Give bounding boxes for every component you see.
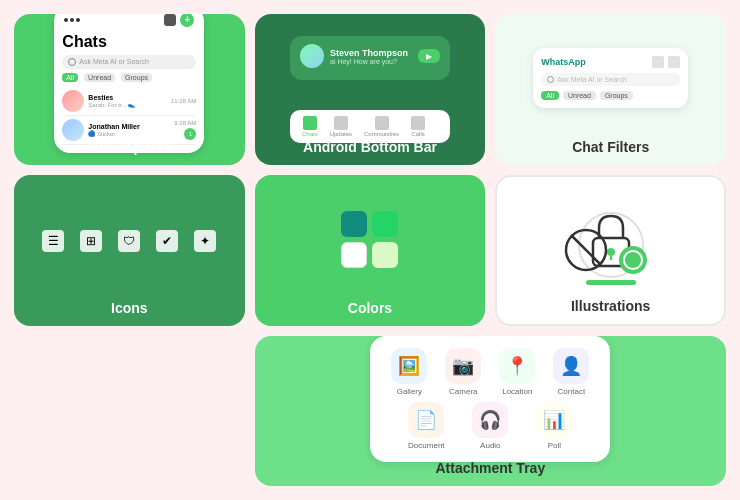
filter-unread[interactable]: Unread xyxy=(84,73,115,82)
nav-updates[interactable]: Updates xyxy=(330,116,352,137)
gallery-icon: 🖼️ xyxy=(391,348,427,384)
attachment-grid-row2: 📄 Document 🎧 Audio 📊 Poll xyxy=(386,402,594,450)
nav-updates-label: Updates xyxy=(330,131,352,137)
whatsapp-logo: WhatsApp xyxy=(541,57,586,67)
android-profile-card: Steven Thompson ai Hey! How are you? ▶ xyxy=(290,36,450,80)
avatar-jonathan xyxy=(62,119,84,141)
illustrations-label: Illustrations xyxy=(497,298,724,314)
filter-groups[interactable]: Groups xyxy=(121,73,152,82)
location-icon: 📍 xyxy=(499,348,535,384)
ios-status-bar: + xyxy=(62,14,196,27)
svg-rect-8 xyxy=(586,280,636,285)
video-call-button[interactable]: ▶ xyxy=(418,49,440,63)
icon-grid: ⊞ xyxy=(80,230,102,252)
attachment-camera[interactable]: 📷 Camera xyxy=(440,348,486,396)
attachment-audio[interactable]: 🎧 Audio xyxy=(462,402,518,450)
cf-search-placeholder: Ask Meta AI or Search xyxy=(557,76,627,83)
android-bottom-bar-card: Steven Thompson ai Hey! How are you? ▶ C… xyxy=(255,14,486,165)
colors-label: Colors xyxy=(255,300,486,316)
colors-card: Colors xyxy=(255,175,486,326)
android-bottom-bar-label: Android Bottom Bar xyxy=(255,139,486,155)
ios-top-bar-label: iOS Top Bar xyxy=(14,139,245,155)
cf-filter-groups[interactable]: Groups xyxy=(600,91,633,100)
unread-badge: 1 xyxy=(184,128,196,140)
svg-point-2 xyxy=(607,248,615,256)
icons-card: ☰ ⊞ 🛡 ✔ ✦ Icons xyxy=(14,175,245,326)
android-avatar xyxy=(300,44,324,68)
ios-filter-tabs: All Unread Groups xyxy=(62,73,196,82)
chat-filters-inner: WhatsApp Ask Meta AI or Search All Unrea… xyxy=(533,48,688,108)
poll-icon: 📊 xyxy=(536,402,572,438)
icon-shield: 🛡 xyxy=(118,230,140,252)
ios-phone-frame: + Chats Ask Meta AI or Search All Unread… xyxy=(54,14,204,153)
ios-search-bar[interactable]: Ask Meta AI or Search xyxy=(62,55,196,69)
swatch-light-green xyxy=(372,242,398,268)
updates-nav-icon xyxy=(334,116,348,130)
illustrations-card: Illustrations xyxy=(495,175,726,326)
svg-line-5 xyxy=(571,235,601,265)
attachment-location[interactable]: 📍 Location xyxy=(494,348,540,396)
camera-filter-icon[interactable] xyxy=(652,56,664,68)
illustration-image xyxy=(551,190,671,290)
icon-star: ✦ xyxy=(194,230,216,252)
document-icon: 📄 xyxy=(408,402,444,438)
calls-nav-icon xyxy=(411,116,425,130)
cf-search-icon xyxy=(547,76,554,83)
swatch-green xyxy=(372,211,398,237)
chat-filters-label: Chat Filters xyxy=(495,139,726,155)
attachment-contact[interactable]: 👤 Contact xyxy=(548,348,594,396)
attachment-grid-row1: 🖼️ Gallery 📷 Camera 📍 Location 👤 Contact xyxy=(386,348,594,396)
attachment-tray-card: 🖼️ Gallery 📷 Camera 📍 Location 👤 Contact xyxy=(255,336,726,486)
chat-filters-card: WhatsApp Ask Meta AI or Search All Unrea… xyxy=(495,14,726,165)
swatch-teal xyxy=(341,211,367,237)
communities-nav-icon xyxy=(375,116,389,130)
attachment-poll[interactable]: 📊 Poll xyxy=(526,402,582,450)
camera-icon: 📷 xyxy=(445,348,481,384)
nav-chats[interactable]: Chats xyxy=(302,116,318,137)
camera-icon xyxy=(164,14,176,26)
cf-filter-unread[interactable]: Unread xyxy=(563,91,596,100)
color-swatches xyxy=(341,211,398,268)
avatar-besties xyxy=(62,90,84,112)
cf-filter-chips: All Unread Groups xyxy=(541,91,680,100)
icon-check: ✔ xyxy=(156,230,178,252)
nav-chats-label: Chats xyxy=(302,131,318,137)
chats-nav-icon xyxy=(303,116,317,130)
audio-icon: 🎧 xyxy=(472,402,508,438)
chats-title: Chats xyxy=(62,33,196,51)
nav-communities-label: Communities xyxy=(364,131,399,137)
attachment-tray-label: Attachment Tray xyxy=(255,460,726,476)
icons-row: ☰ ⊞ 🛡 ✔ ✦ xyxy=(42,230,216,252)
profile-status: ai Hey! How are you? xyxy=(330,58,408,65)
icons-label: Icons xyxy=(14,300,245,316)
icon-menu: ☰ xyxy=(42,230,64,252)
attachment-document[interactable]: 📄 Document xyxy=(398,402,454,450)
ios-top-bar-card: + Chats Ask Meta AI or Search All Unread… xyxy=(14,14,245,165)
chat-item-besties[interactable]: Besties Sarah: For tr... 👟 11:28 AM xyxy=(62,87,196,116)
add-button[interactable]: + xyxy=(180,14,194,27)
nav-calls-label: Calls xyxy=(411,131,424,137)
search-placeholder: Ask Meta AI or Search xyxy=(79,58,149,65)
cf-filter-all[interactable]: All xyxy=(541,91,559,100)
contact-icon: 👤 xyxy=(553,348,589,384)
menu-filter-icon[interactable] xyxy=(668,56,680,68)
nav-calls[interactable]: Calls xyxy=(411,116,425,137)
search-icon xyxy=(68,58,76,66)
attachment-frame: 🖼️ Gallery 📷 Camera 📍 Location 👤 Contact xyxy=(370,336,610,462)
profile-name: Steven Thompson xyxy=(330,48,408,58)
cf-search-bar[interactable]: Ask Meta AI or Search xyxy=(541,73,680,86)
nav-communities[interactable]: Communities xyxy=(364,116,399,137)
filter-all[interactable]: All xyxy=(62,73,78,82)
main-grid: + Chats Ask Meta AI or Search All Unread… xyxy=(14,14,726,486)
swatch-white xyxy=(341,242,367,268)
attachment-gallery[interactable]: 🖼️ Gallery xyxy=(386,348,432,396)
